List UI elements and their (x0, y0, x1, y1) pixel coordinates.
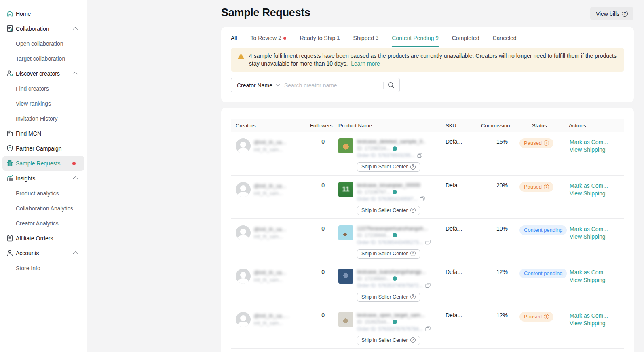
creator-cell[interactable]: @intl_th_sa... intl_th_sam... (236, 225, 305, 240)
sidebar-item-discover-creators[interactable]: Discover creators (0, 66, 87, 81)
view-shipping-link[interactable]: View Shipping (570, 320, 624, 327)
ship-in-seller-center-button[interactable]: Ship in Seller Center ? (357, 293, 420, 302)
sidebar-item-label: Sample Requests (16, 160, 71, 167)
sidebar-item-sample-requests[interactable]: Sample Requests (2, 156, 84, 171)
view-shipping-link[interactable]: View Shipping (570, 146, 624, 154)
copy-icon[interactable] (425, 240, 431, 245)
creator-cell[interactable]: @intl_th_sa... . intl_th_sam... (236, 312, 305, 327)
help-icon: ? (622, 11, 628, 17)
ship-in-seller-center-button[interactable]: Ship in Seller Center ? (357, 162, 420, 172)
copy-icon[interactable] (425, 283, 431, 288)
ship-in-seller-center-button[interactable]: Ship in Seller Center ? (357, 249, 420, 259)
sidebar-item-home[interactable]: Home (0, 6, 87, 21)
sidebar-item-find-mcn[interactable]: Find MCN (0, 126, 87, 141)
sidebar-item-store-info[interactable]: Store Info (0, 261, 87, 276)
creator-handle: @intl_th_sa... . (254, 313, 289, 319)
sidebar-item-product-analytics[interactable]: Product analytics (0, 186, 87, 201)
column-header-status: Status (513, 119, 564, 132)
order-id: Order ID: 576376503295... (357, 153, 415, 158)
order-id-line: Order ID: 576376503295... (357, 153, 425, 158)
status-badge: Paused ? (519, 138, 553, 148)
sidebar-item-invitation-history[interactable]: Invitation History (0, 111, 87, 126)
sidebar-item-creator-analytics[interactable]: Creator Analytics (0, 216, 87, 231)
sidebar-item-find-creators[interactable]: Find creators (0, 81, 87, 96)
view-shipping-link[interactable]: View Shipping (570, 233, 624, 241)
tab-ready-to-ship[interactable]: Ready to Ship1 (300, 35, 340, 47)
tab-label: To Review (251, 35, 277, 41)
sidebar-item-collaboration[interactable]: Collaboration (0, 21, 87, 36)
tab-all[interactable]: All (231, 35, 237, 47)
table-header-row: CreatorsFollowersProduct NameSKUCommissi… (231, 119, 624, 132)
learn-more-link[interactable]: Learn more (351, 60, 380, 67)
creator-cell[interactable]: @intl_th_sa... intl_th_sam... (236, 138, 305, 153)
verified-dot-icon (393, 190, 397, 194)
mark-as-complete-link[interactable]: Mark as Com... (570, 225, 624, 233)
sku-value: Defa... (441, 218, 476, 262)
mark-as-complete-link[interactable]: Mark as Com... (570, 138, 624, 146)
notification-dot (72, 162, 76, 165)
sidebar-item-view-rankings[interactable]: View rankings (0, 96, 87, 111)
avatar (236, 312, 251, 327)
mark-as-complete-link[interactable]: Mark as Com... (570, 182, 624, 190)
tab-content-pending[interactable]: Content Pending9 (392, 35, 439, 47)
notification-dot (283, 37, 286, 40)
product-id-line: ID: 17239666... (357, 233, 431, 238)
view-shipping-link[interactable]: View Shipping (570, 190, 624, 197)
product-id: ID: 17239666... (357, 233, 390, 238)
sidebar-item-accounts[interactable]: Accounts (0, 246, 87, 261)
creator-search-input[interactable] (284, 82, 383, 89)
creator-cell[interactable]: @intl_th_sa... intl_th_sam... (236, 182, 305, 197)
sample-requests-table: CreatorsFollowersProduct NameSKUCommissi… (231, 119, 624, 349)
ship-button-label: Ship in Seller Center (361, 208, 408, 213)
chevron-up-icon[interactable] (73, 72, 78, 77)
mark-as-complete-link[interactable]: Mark as Com... (570, 312, 624, 320)
view-bills-button[interactable]: View bills ? (590, 7, 633, 20)
view-shipping-link[interactable]: View Shipping (570, 276, 624, 284)
sidebar-item-insights[interactable]: Insights (0, 171, 87, 186)
tab-shipped[interactable]: Shipped3 (353, 35, 379, 47)
product-thumbnail (338, 225, 353, 240)
copy-icon[interactable] (420, 196, 425, 201)
sidebar-item-label: Target collaboration (16, 55, 73, 62)
search-button[interactable] (388, 82, 399, 89)
table-row: @intl_th_sa... intl_th_sam... 0 11 testc… (231, 175, 624, 218)
shield-icon (6, 144, 14, 152)
sidebar-item-label: Find creators (16, 85, 73, 92)
copy-icon[interactable] (425, 326, 431, 331)
page-title: Sample Requests (221, 6, 310, 19)
column-header-creators: Creators (231, 119, 305, 132)
sidebar-item-label: Creator Analytics (16, 220, 73, 227)
creator-username: intl_th_sam... (254, 191, 286, 196)
order-id-line: Order ID: 5763654249597... (357, 196, 425, 202)
copy-icon[interactable] (417, 153, 422, 158)
chevron-up-icon[interactable] (73, 176, 78, 182)
chevron-up-icon[interactable] (73, 251, 78, 257)
tab-completed[interactable]: Completed (452, 35, 479, 47)
creator-handle: @intl_th_sa... (254, 269, 286, 276)
avatar (236, 225, 251, 240)
person-icon (6, 249, 14, 257)
sidebar-item-affiliate-orders[interactable]: Affiliate Orders (0, 231, 87, 246)
order-id: Order ID: 576333767676784... (357, 326, 423, 332)
ship-in-seller-center-button[interactable]: Ship in Seller Center ? (357, 206, 420, 215)
status-label: Paused (524, 314, 542, 320)
tab-to-review[interactable]: To Review2 (251, 35, 287, 47)
order-id: Order ID: 576353740975872... (357, 283, 423, 288)
tab-canceled[interactable]: Canceled (492, 35, 516, 47)
mark-as-complete-link[interactable]: Mark as Com... (570, 269, 624, 276)
order-id-line: Order ID: 576333767676784... (357, 326, 431, 332)
product-name: testcase_open_target_sam... (357, 312, 431, 318)
search-filter-select[interactable]: Creator Name (231, 82, 284, 89)
creator-cell[interactable]: @intl_th_sa... intl_th_sam... (236, 269, 305, 284)
sidebar-item-target-collaboration[interactable]: Target collaboration (0, 51, 87, 66)
product-thumbnail (338, 312, 353, 327)
chevron-up-icon[interactable] (73, 27, 78, 32)
help-icon: ? (410, 337, 416, 343)
ship-button-label: Ship in Seller Center (361, 251, 408, 257)
search-icon (388, 82, 395, 89)
sidebar-item-collaboration-analytics[interactable]: Collaboration Analytics (0, 201, 87, 216)
sidebar-item-partner-campaign[interactable]: Partner Campaign (0, 141, 87, 156)
ship-in-seller-center-button[interactable]: Ship in Seller Center ? (357, 336, 420, 345)
chart-icon (6, 174, 14, 182)
sidebar-item-open-collaboration[interactable]: Open collaboration (0, 36, 87, 51)
